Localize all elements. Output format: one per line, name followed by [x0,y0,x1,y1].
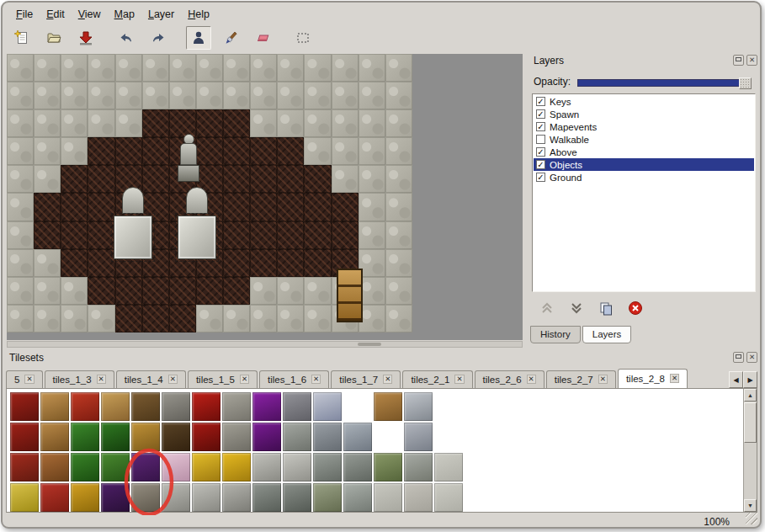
tileset-tab-tiles_1_4[interactable]: tiles_1_4✕ [116,370,186,388]
map-tile-stone[interactable] [196,54,223,82]
layer-visibility-checkbox[interactable]: ✓ [536,147,545,157]
map-tile-stone[interactable] [359,221,385,249]
tile-red-cushion[interactable] [71,392,99,421]
map-tile-floor[interactable] [277,165,304,193]
map-tile-floor[interactable] [88,165,114,193]
tile-red-bookshelf[interactable] [10,453,39,481]
map-tile-stone[interactable] [7,137,34,165]
tile-shelf-empty-2[interactable] [434,392,463,421]
tile-shelf-empty[interactable] [343,392,372,421]
map-tile-floor[interactable] [223,165,250,193]
layer-row-objects[interactable]: ✓Objects [534,158,754,171]
map-tile-stone[interactable] [196,305,223,332]
map-tile-floor[interactable] [88,249,114,277]
redo-button[interactable] [146,26,171,50]
map-tile-stone[interactable] [385,277,412,305]
map-tile-stone[interactable] [385,82,412,109]
tab-close-icon[interactable]: ✕ [527,375,536,384]
tab-close-icon[interactable]: ✕ [168,375,178,384]
tile-red-pot[interactable] [40,483,69,512]
tileset-vertical-scrollbar[interactable]: ▲ ▼ [743,389,757,512]
tileset-tab-tiles_2_7[interactable]: tiles_2_7✕ [546,370,616,388]
tile-dark-door[interactable] [162,423,190,451]
tile-shelf-empty-3[interactable] [374,423,402,451]
map-tile-floor[interactable] [88,221,114,249]
map-tile-stone[interactable] [385,165,412,193]
map-tile-stone[interactable] [359,165,385,193]
map-tile-stone[interactable] [304,137,331,165]
tile-iron-gate[interactable] [283,392,311,421]
map-tile-stone[interactable] [304,54,331,82]
map-tile-floor[interactable] [88,277,114,305]
map-tile-stone[interactable] [88,109,114,137]
map-tile-stone[interactable] [115,82,142,109]
map-tile-stone[interactable] [7,193,34,221]
cabinet-object[interactable] [337,269,363,322]
map-tile-stone[interactable] [250,109,277,137]
map-tile-stone[interactable] [7,54,34,82]
tile-floor-tile-2[interactable] [374,483,402,512]
map-tile-stone[interactable] [61,277,88,305]
map-tile-floor[interactable] [223,137,250,165]
select-tool-button[interactable] [290,26,316,50]
tileset-tab-tiles_2_6[interactable]: tiles_2_6✕ [475,370,545,388]
tile-purple-door-base[interactable] [101,483,130,512]
map-tile-floor[interactable] [61,221,88,249]
tile-vase-plant[interactable] [374,453,402,481]
layer-visibility-checkbox[interactable]: ✓ [536,109,545,119]
tile-dark-wardrobe[interactable] [131,392,160,421]
move-layer-down-button[interactable] [568,301,585,316]
tile-red-throne-top[interactable] [192,392,220,421]
tab-close-icon[interactable]: ✕ [670,374,679,383]
map-tile-stone[interactable] [277,277,304,305]
tileset-tab-tiles_2_1[interactable]: tiles_2_1✕ [402,370,472,388]
map-tile-floor[interactable] [169,277,196,305]
map-tile-stone[interactable] [142,54,169,82]
tile-stone-arch[interactable] [222,392,251,421]
tile-wood-stool[interactable] [101,392,130,421]
map-tile-stone[interactable] [34,165,61,193]
map-tile-floor[interactable] [142,137,169,165]
layer-row-keys[interactable]: ✓Keys [534,95,754,108]
tile-shelf-empty-4[interactable] [434,423,463,451]
map-tile-stone[interactable] [61,54,88,82]
tab-close-icon[interactable]: ✕ [598,375,608,384]
map-tile-floor[interactable] [223,193,250,221]
save-button[interactable] [73,26,98,50]
menu-layer[interactable]: Layer [141,7,181,22]
map-tile-stone[interactable] [7,221,34,249]
layer-row-ground[interactable]: ✓Ground [534,171,754,184]
map-tile-floor[interactable] [88,193,114,221]
map-tile-stone[interactable] [115,109,142,137]
tile-floor-tile-4[interactable] [434,483,463,512]
map-tile-stone[interactable] [7,109,34,137]
map-tile-stone[interactable] [7,305,34,332]
map-tile-stone[interactable] [385,221,412,249]
layer-visibility-checkbox[interactable] [536,135,545,144]
tomb-right-object[interactable] [176,187,218,264]
tile-tombstone[interactable] [343,483,372,512]
tile-gold-horn[interactable] [71,483,99,512]
map-tile-floor[interactable] [115,277,142,305]
map-tile-stone[interactable] [359,193,385,221]
map-tile-stone[interactable] [359,137,385,165]
tabs-scroll-left-button[interactable]: ◀ [729,371,743,388]
map-tile-stone[interactable] [142,82,169,109]
tile-bush-plant[interactable] [71,453,99,481]
tile-grave-cross[interactable] [404,453,433,481]
tile-knight-armor[interactable] [343,423,372,451]
map-tile-stone[interactable] [88,305,114,332]
map-tile-floor[interactable] [223,277,250,305]
tile-armor-bust[interactable] [404,392,433,421]
map-tile-floor[interactable] [34,193,61,221]
map-tile-floor[interactable] [250,193,277,221]
brush-tool-button[interactable] [218,26,243,50]
map-tile-stone[interactable] [304,277,331,305]
map-tile-floor[interactable] [332,221,359,249]
layer-row-above[interactable]: ✓Above [534,146,754,158]
tileset-tab-5[interactable]: 5✕ [6,370,43,388]
tile-floor-tile-3[interactable] [404,483,433,512]
tile-statue-pedestal[interactable] [222,483,251,512]
tab-layers[interactable]: Layers [582,326,632,343]
map-tile-stone[interactable] [250,82,277,109]
